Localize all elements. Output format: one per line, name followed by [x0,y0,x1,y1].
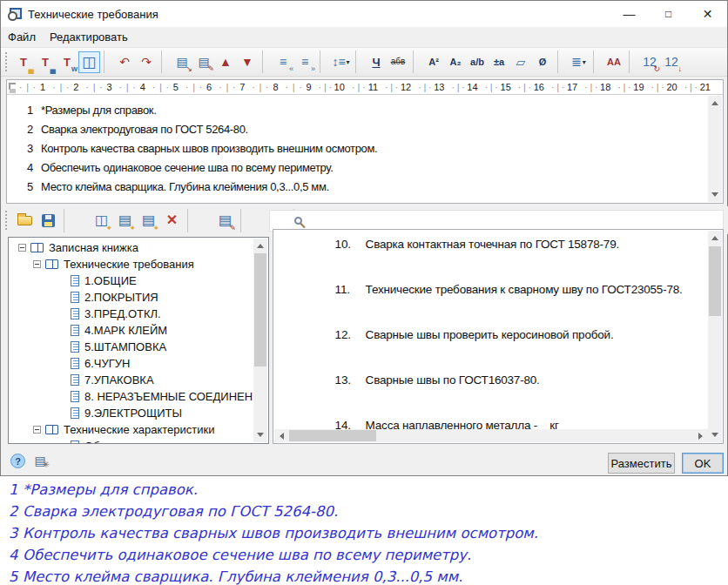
notebook-tree: Записная книжка Технические требования 1… [10,239,253,443]
deviation-button[interactable]: ±a [489,51,510,73]
insert-box-button[interactable]: ▱ [510,51,532,73]
menu-item[interactable]: Файл [1,28,43,46]
edit-fragment-button[interactable]: ▤ ✎ [193,51,215,73]
undo-button[interactable]: ↶ [114,51,136,73]
toolbar-separator[interactable] [413,50,421,73]
strikethrough-button[interactable]: абв [388,51,409,73]
text-templates-book-button[interactable]: ◫ [78,51,100,73]
redo-button[interactable]: ↷ [136,51,158,73]
move-paragraph-up-button[interactable]: ▲ [215,51,237,73]
toolbar-separator[interactable] [320,50,327,73]
insert-text-from-word-button[interactable]: Т w [57,51,78,73]
toolbar-separator[interactable] [593,50,601,73]
tree-item-label: 7.УПАКОВКА [84,373,154,387]
snippet-list[interactable]: 10.Сварка контактная точечная по ГОСТ 15… [276,229,707,430]
update-numbering-button[interactable]: 12 ↓ [661,51,683,73]
tree-item[interactable]: 1.ОБЩИЕ [10,272,253,289]
delete-record-button[interactable]: ✕ [160,209,184,232]
ruler-segment: ·|·17 [548,82,581,92]
maximize-button-icon[interactable]: □ [649,1,688,27]
expander-minus-icon[interactable] [33,426,41,434]
help-button[interactable]: ? [10,454,25,468]
place-button[interactable]: Разместить [608,453,675,474]
load-text-from-file-button[interactable]: Т ▄ [13,51,35,73]
toolbar-separator[interactable] [262,50,270,73]
scroll-down-icon[interactable] [708,188,722,202]
editor-line: 2 Сварка электродуговая по ГОСТ 5264-80. [8,119,708,138]
ruler-segment: ·|·10 [315,82,348,92]
toolbar-grip[interactable] [5,52,10,71]
new-section-button[interactable]: ▤ ✦ [113,209,137,232]
snippet-vertical-scrollbar[interactable] [708,231,722,442]
editor-vertical-scrollbar[interactable] [708,96,722,202]
move-paragraph-down-button[interactable]: ▼ [237,51,259,73]
tree-item[interactable]: 7.УПАКОВКА [10,372,253,388]
toolbar-grip[interactable] [5,211,10,230]
page-setup-button[interactable]: ▤ ✳ [30,452,50,469]
ruler-segment: ·|·20 [648,82,681,92]
expander-minus-icon[interactable] [18,244,26,252]
toolbar-separator[interactable] [355,50,363,73]
scroll-down-icon[interactable] [708,428,722,442]
tree-vertical-scrollbar[interactable] [253,239,267,442]
increase-indent-button[interactable]: ≡ » [294,51,316,73]
scroll-down-icon[interactable] [253,428,267,442]
numbered-list-button[interactable]: ≣ ▾ [568,51,590,73]
snippet-line: 12.Сварные швы проверить керосиновой про… [276,313,707,358]
underline-button[interactable]: Ч [366,51,388,73]
requirements-text-editor[interactable]: 1 *Размеры для справок. 2 Сварка электро… [8,96,708,202]
tree-item[interactable]: 8. НЕРАЗЪЕМНЫЕ СОЕДИНЕНИЯ [10,388,253,405]
scroll-up-icon[interactable] [708,231,722,245]
decrease-indent-button[interactable]: ≡ « [273,51,294,73]
search-input[interactable] [302,211,723,231]
ruler-indent-marker[interactable] [10,89,16,93]
tree-item[interactable]: 2.ПОКРЫТИЯ [10,289,253,306]
tree-item[interactable]: Технические характеристики [10,421,253,438]
edit-record-button[interactable]: ▤ ✎ [213,209,237,232]
snippet-line: 10.Сварка контактная точечная по ГОСТ 15… [276,229,707,267]
toolbar-separator[interactable] [240,209,264,232]
scroll-right-icon[interactable] [694,429,708,442]
tree-item[interactable]: 4.МАРК КЛЕЙМ [10,322,253,339]
tree-item[interactable]: Технические требования [10,256,253,272]
save-text-to-file-button[interactable]: Т ▄ [35,51,57,73]
node-icon [71,341,79,353]
tree-item[interactable]: 3.ПРЕД.ОТКЛ. [10,306,253,322]
scrollbar-thumb[interactable] [254,253,266,366]
toolbar-separator[interactable] [187,209,211,232]
toolbar-separator[interactable] [557,50,565,73]
expander-minus-icon[interactable] [33,260,41,268]
diameter-button[interactable]: Ø [532,51,554,73]
subscript-button[interactable]: A₂ [445,51,467,73]
save-notebook-button[interactable] [37,209,60,232]
scroll-left-icon[interactable] [274,429,288,442]
scrollbar-thumb[interactable] [289,430,376,441]
menu-item[interactable]: Редактировать [43,28,135,46]
ruler-segment: ·|·9 [282,82,315,92]
fraction-button[interactable]: a/b [467,51,489,73]
renumber-button[interactable]: 12 ↻ [639,51,661,73]
new-notebook-button[interactable]: ◫ ✦ [90,209,113,232]
ok-button[interactable]: OK [682,453,724,474]
open-notebook-button[interactable] [13,209,37,232]
tree-item[interactable]: 5.ШТАМПОВКА [10,339,253,355]
tree-item[interactable]: Записная книжка [10,239,253,256]
tree-item[interactable]: 9.ЭЛЕКТРОЩИТЫ [10,405,253,421]
toolbar-separator[interactable] [64,209,87,232]
scroll-up-icon[interactable] [708,96,722,110]
scrollbar-thumb[interactable] [709,246,721,316]
minimize-button-icon[interactable]: — [610,1,649,27]
toolbar-separator[interactable] [629,50,637,73]
tree-item[interactable]: 6.ЧУГУН [10,355,253,372]
snippet-horizontal-scrollbar[interactable] [274,429,708,442]
toolbar-separator[interactable] [104,50,111,73]
insert-fragment-button[interactable]: ▤ ↘ [172,51,193,73]
find-replace-button[interactable]: АА [603,51,625,73]
close-button-icon[interactable]: ✕ [688,1,727,27]
superscript-button[interactable]: A² [423,51,445,73]
new-record-button[interactable]: ▤ ✦ [137,209,160,232]
line-spacing-button[interactable]: ↕≡ ▾ [330,51,352,73]
scroll-up-icon[interactable] [253,239,267,252]
toolbar-separator[interactable] [161,50,169,73]
tree-item[interactable]: Оборудование [10,438,253,443]
